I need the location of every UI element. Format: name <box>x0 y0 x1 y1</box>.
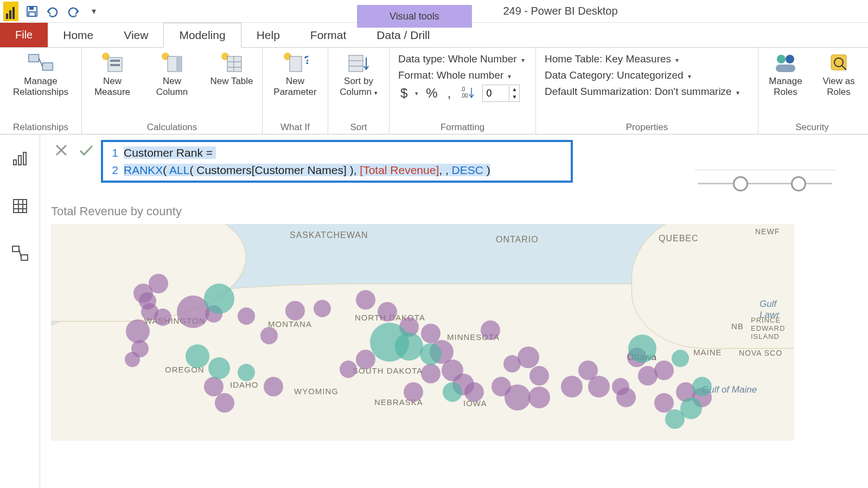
tab-format[interactable]: Format <box>295 23 362 47</box>
data-bubble[interactable] <box>692 377 712 396</box>
region-label: QUEBEC <box>659 234 699 243</box>
data-bubble[interactable] <box>421 364 441 383</box>
range-slicer[interactable] <box>694 170 835 197</box>
data-bubble[interactable] <box>186 344 209 368</box>
data-bubble[interactable] <box>149 274 168 293</box>
tab-file[interactable]: File <box>0 23 48 47</box>
home-table-dropdown[interactable]: Home Table: Key Measures <box>541 51 752 67</box>
svg-rect-15 <box>176 56 182 72</box>
title-bar: ▾ Visual tools 249 - Power BI Desktop <box>0 0 868 23</box>
slider-handle-max[interactable] <box>791 176 806 191</box>
sort-by-column-button[interactable]: Sort by Column ▾ <box>334 51 384 97</box>
map-visual[interactable]: Total Revenue by county SASKATCHEWAN ONT… <box>51 204 868 441</box>
data-bubble[interactable] <box>528 387 550 408</box>
data-bubble[interactable] <box>628 335 656 363</box>
data-bubble[interactable] <box>264 377 283 396</box>
svg-rect-37 <box>23 152 26 165</box>
data-bubble[interactable] <box>215 393 234 413</box>
data-bubble[interactable] <box>285 301 305 320</box>
new-parameter-button[interactable]: ? New Parameter <box>268 51 322 97</box>
view-as-roles-button[interactable]: View as Roles <box>817 51 860 97</box>
token-function: RANKX <box>124 164 163 176</box>
data-bubble[interactable] <box>665 409 685 429</box>
data-view-icon[interactable] <box>9 195 31 217</box>
data-bubble[interactable] <box>672 350 689 367</box>
tab-view[interactable]: View <box>108 23 163 47</box>
data-bubble[interactable] <box>356 350 375 369</box>
svg-rect-12 <box>110 64 120 66</box>
svg-text:.00: .00 <box>461 93 468 99</box>
save-icon[interactable] <box>25 4 39 18</box>
data-bubble[interactable] <box>654 361 674 380</box>
data-bubble[interactable] <box>154 309 171 326</box>
new-measure-label: New Measure <box>87 76 137 97</box>
slider-handle-min[interactable] <box>733 176 748 191</box>
data-bubble[interactable] <box>204 284 234 314</box>
data-bubble[interactable] <box>238 364 255 381</box>
data-bubble[interactable] <box>464 382 484 402</box>
thousands-sep-button[interactable]: , <box>445 86 454 101</box>
formula-editor[interactable]: 1 Customer Rank = 2 RANKX( ALL( Customer… <box>101 140 573 183</box>
decimals-stepper[interactable]: ▲▼ <box>482 85 520 102</box>
manage-relationships-label: Manage Relationships <box>5 76 76 97</box>
formula-cancel-icon[interactable] <box>51 140 72 160</box>
data-bubble[interactable] <box>260 327 278 344</box>
formula-accept-icon[interactable] <box>76 140 97 160</box>
group-calculations: New Measure New Column New Table Calcula… <box>82 48 263 134</box>
data-bubble[interactable] <box>125 352 140 367</box>
new-column-button[interactable]: New Column <box>147 51 197 97</box>
data-bubble[interactable] <box>404 382 423 402</box>
redo-icon[interactable] <box>66 4 80 18</box>
map-area[interactable]: SASKATCHEWAN ONTARIO QUEBEC WASHINGTON M… <box>51 224 794 441</box>
data-bubble[interactable] <box>356 290 375 310</box>
svg-rect-11 <box>110 60 120 62</box>
data-bubble[interactable] <box>395 332 423 361</box>
data-type-dropdown[interactable]: Data type: Whole Number <box>395 51 530 67</box>
decimals-icon: .0.00 <box>458 86 477 101</box>
currency-button[interactable]: $ <box>398 86 410 101</box>
data-bubble[interactable] <box>518 346 539 368</box>
currency-dropdown-icon[interactable]: ▾ <box>415 90 418 97</box>
tab-help[interactable]: Help <box>241 23 295 47</box>
qat-customize-icon[interactable]: ▾ <box>87 4 101 18</box>
data-bubble[interactable] <box>378 302 397 322</box>
data-bubble[interactable] <box>529 366 549 386</box>
contextual-tab-visual-tools[interactable]: Visual tools <box>357 5 472 28</box>
decimals-up-icon[interactable]: ▲ <box>509 86 519 93</box>
data-bubble[interactable] <box>314 300 331 317</box>
report-view-icon[interactable] <box>9 147 31 169</box>
data-bubble[interactable] <box>588 376 610 397</box>
data-bubble[interactable] <box>420 343 442 365</box>
tab-modeling[interactable]: Modeling <box>163 23 241 48</box>
tab-home[interactable]: Home <box>48 23 108 47</box>
svg-rect-5 <box>29 12 35 16</box>
data-bubble[interactable] <box>561 376 583 397</box>
report-canvas[interactable]: 1 Customer Rank = 2 RANKX( ALL( Customer… <box>40 134 868 488</box>
format-dropdown[interactable]: Format: Whole number <box>395 67 530 84</box>
new-measure-button[interactable]: New Measure <box>87 51 137 97</box>
data-bubble[interactable] <box>340 361 357 378</box>
svg-rect-2 <box>12 7 15 19</box>
data-bubble[interactable] <box>616 388 636 407</box>
decimals-down-icon[interactable]: ▼ <box>509 93 519 101</box>
data-bubble[interactable] <box>238 307 255 325</box>
data-category-dropdown[interactable]: Data Category: Uncategorized <box>541 67 752 84</box>
data-bubble[interactable] <box>208 357 230 379</box>
manage-roles-button[interactable]: Manage Roles <box>764 51 807 97</box>
new-table-button[interactable]: New Table <box>207 51 257 87</box>
undo-icon[interactable] <box>46 4 60 18</box>
model-view-icon[interactable] <box>9 243 31 265</box>
default-summarization-dropdown[interactable]: Default Summarization: Don't summarize <box>541 84 752 100</box>
group-label-formatting: Formatting <box>395 120 530 133</box>
decimals-input[interactable] <box>483 88 509 99</box>
state-label: NEWF <box>755 227 780 236</box>
data-bubble[interactable] <box>481 320 500 340</box>
svg-rect-22 <box>290 56 302 72</box>
group-label-security: Security <box>764 120 860 133</box>
manage-relationships-button[interactable]: Manage Relationships <box>5 51 76 97</box>
data-bubble[interactable] <box>443 382 462 402</box>
data-bubble[interactable] <box>505 384 531 410</box>
percent-button[interactable]: % <box>424 86 439 101</box>
state-label: NOVA SCO <box>739 349 782 357</box>
svg-text:.0: .0 <box>461 86 465 92</box>
